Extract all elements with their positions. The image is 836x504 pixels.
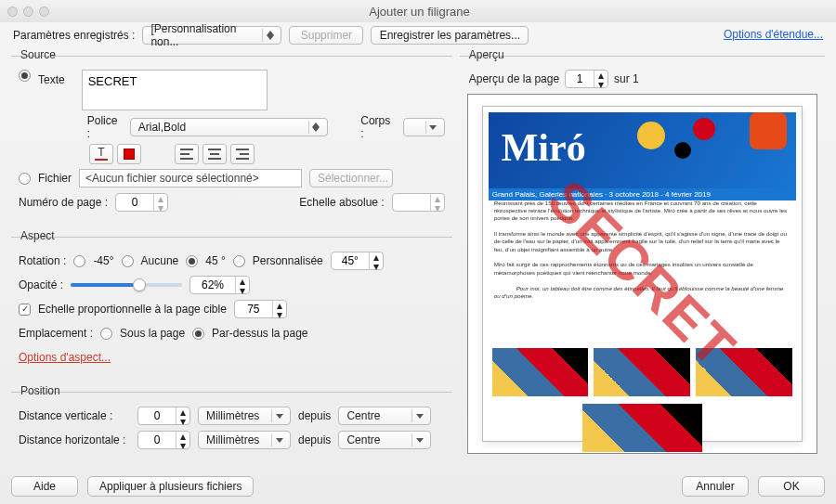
aide-button[interactable]: Aide bbox=[11, 476, 78, 497]
corps-label: Corps : bbox=[360, 114, 395, 140]
select-file-button[interactable]: Sélectionner... bbox=[309, 169, 393, 187]
caret-icon bbox=[425, 121, 437, 134]
echelle-prop-check[interactable] bbox=[19, 304, 31, 316]
rot-none-radio[interactable] bbox=[122, 255, 134, 267]
texte-radio[interactable] bbox=[19, 70, 31, 82]
rot-45-radio[interactable] bbox=[186, 255, 198, 267]
aspect-group: Rotation : -45° Aucune 45 ° Personnalisé… bbox=[11, 237, 452, 379]
fichier-radio[interactable] bbox=[19, 173, 31, 185]
ok-button[interactable]: OK bbox=[758, 476, 825, 497]
apply-multi-button[interactable]: Appliquer à plusieurs fichiers bbox=[87, 476, 254, 497]
apercu-page-spinner[interactable]: ▴▾ bbox=[565, 70, 608, 88]
dist-h-unit-select[interactable]: Millimètres bbox=[198, 431, 291, 449]
corps-select[interactable] bbox=[403, 118, 445, 136]
preview-banner: Miró bbox=[489, 112, 796, 188]
annuler-button[interactable]: Annuler bbox=[682, 476, 749, 497]
dist-v-origin-select[interactable]: Centre bbox=[338, 407, 431, 425]
options-aspect-link[interactable]: Options d'aspect... bbox=[19, 351, 111, 364]
titlebar: Ajouter un filigrane bbox=[0, 0, 836, 22]
caret-icon bbox=[411, 409, 423, 422]
caret-icon bbox=[271, 409, 282, 422]
top-controls: Paramètres enregistrés : [Personnalisati… bbox=[0, 22, 836, 48]
dist-h-label: Distance horizontale : bbox=[19, 433, 130, 446]
chevron-down-icon[interactable]: ▾ bbox=[236, 286, 249, 295]
preset-value: [Personnalisation non... bbox=[150, 22, 256, 48]
opacite-spinner[interactable]: ▴▾ bbox=[189, 276, 250, 294]
minimize-icon[interactable] bbox=[23, 6, 33, 17]
sous-page-radio[interactable] bbox=[100, 328, 112, 340]
dist-h-origin-select[interactable]: Centre bbox=[338, 431, 431, 449]
source-group: Texte SECRET Police : Arial,Bold Corps : bbox=[11, 56, 452, 224]
preview-thumbnail bbox=[594, 348, 690, 396]
preview-canvas: Miró Grand Palais, Galeries nationales ·… bbox=[467, 94, 817, 454]
rot-m45-radio[interactable] bbox=[73, 255, 85, 267]
dist-h-spinner[interactable]: ▴▾ bbox=[137, 431, 190, 449]
echelle-abs-label: Echelle absolue : bbox=[299, 196, 384, 209]
apercu-group: Aperçu de la page ▴▾ sur 1 bbox=[460, 56, 825, 461]
chevron-down-icon[interactable]: ▾ bbox=[154, 203, 167, 213]
police-select[interactable]: Arial,Bold bbox=[130, 118, 328, 136]
preview-thumb-row-2 bbox=[492, 404, 792, 452]
texte-input[interactable]: SECRET bbox=[82, 70, 268, 110]
preview-thumb-row-1 bbox=[492, 348, 792, 396]
echelle-prop-spinner[interactable]: ▴▾ bbox=[234, 300, 287, 318]
chevron-down-icon[interactable]: ▾ bbox=[594, 80, 607, 89]
align-left-button[interactable] bbox=[175, 144, 199, 164]
rot-custom-radio[interactable] bbox=[233, 255, 245, 267]
emplacement-label: Emplacement : bbox=[19, 327, 93, 340]
dist-v-unit-select[interactable]: Millimètres bbox=[198, 407, 291, 425]
dist-v-label: Distance verticale : bbox=[19, 409, 130, 422]
underline-button[interactable]: T bbox=[89, 144, 113, 164]
preset-select[interactable]: [Personnalisation non... bbox=[142, 26, 281, 45]
preview-doc-title: Miró bbox=[502, 125, 586, 170]
params-label: Paramètres enregistrés : bbox=[13, 29, 135, 42]
options-etendue-link[interactable]: Options d'étendue... bbox=[724, 28, 823, 41]
apercu-page-total: sur 1 bbox=[614, 72, 639, 85]
window-controls bbox=[7, 6, 49, 17]
preview-body-text: Réunissant près de 150 œuvres dont certa… bbox=[494, 200, 790, 301]
echelle-abs-input[interactable] bbox=[393, 194, 430, 211]
rotation-label: Rotation : bbox=[19, 254, 66, 267]
chevron-down-icon[interactable]: ▾ bbox=[176, 441, 189, 450]
preview-thumbnail bbox=[582, 404, 702, 452]
align-center-button[interactable] bbox=[202, 144, 227, 164]
texte-radio-label: Texte bbox=[38, 70, 65, 86]
preview-page: Miró Grand Palais, Galeries nationales ·… bbox=[482, 106, 803, 443]
numero-page-label: Numéro de page : bbox=[19, 196, 108, 209]
window-title: Ajouter un filigrane bbox=[59, 5, 836, 19]
opacite-label: Opacité : bbox=[19, 278, 63, 291]
fichier-radio-label: Fichier bbox=[38, 172, 72, 185]
zoom-icon[interactable] bbox=[39, 6, 49, 17]
echelle-abs-spinner[interactable]: ▴▾ bbox=[392, 193, 445, 212]
numero-page-spinner[interactable]: ▴▾ bbox=[115, 193, 168, 212]
dialog-window: Ajouter un filigrane Paramètres enregist… bbox=[0, 0, 836, 504]
caret-icon bbox=[411, 433, 423, 446]
police-label: Police : bbox=[87, 114, 123, 140]
police-value: Arial,Bold bbox=[138, 121, 186, 134]
caret-icon bbox=[271, 433, 282, 446]
save-params-button[interactable]: Enregistrer les paramètres... bbox=[371, 26, 529, 45]
caret-icon bbox=[308, 121, 320, 134]
preview-thumbnail bbox=[492, 348, 589, 396]
text-color-button[interactable] bbox=[117, 144, 141, 164]
chevron-down-icon[interactable]: ▾ bbox=[431, 203, 444, 213]
apercu-page-label: Aperçu de la page bbox=[469, 72, 559, 85]
close-icon[interactable] bbox=[7, 6, 18, 17]
dist-v-spinner[interactable]: ▴▾ bbox=[137, 407, 190, 425]
align-right-button[interactable] bbox=[230, 144, 255, 164]
dessus-page-radio[interactable] bbox=[192, 328, 204, 340]
fichier-path: <Aucun fichier source sélectionné> bbox=[79, 169, 302, 187]
footer: Aide Appliquer à plusieurs fichiers Annu… bbox=[11, 476, 825, 497]
chevron-down-icon[interactable]: ▾ bbox=[273, 310, 286, 319]
position-group: Distance verticale : ▴▾ Millimètres depu… bbox=[11, 392, 452, 461]
preview-thumbnail bbox=[696, 348, 792, 396]
chevron-down-icon[interactable]: ▾ bbox=[370, 262, 383, 271]
chevron-down-icon[interactable]: ▾ bbox=[176, 417, 189, 426]
caret-icon bbox=[262, 29, 273, 42]
numero-page-input[interactable] bbox=[116, 194, 153, 211]
rot-custom-spinner[interactable]: ▴▾ bbox=[331, 252, 384, 270]
delete-preset-button[interactable]: Supprimer bbox=[289, 26, 363, 45]
echelle-prop-label: Echelle proportionnelle à la page cible bbox=[38, 303, 227, 316]
opacity-slider[interactable] bbox=[71, 283, 182, 287]
